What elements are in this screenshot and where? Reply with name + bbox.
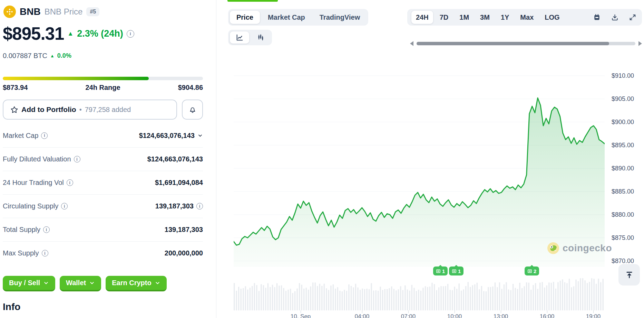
stat-value-text: $124,663,076,143 bbox=[139, 132, 195, 140]
stat-value: $1,691,094,084 bbox=[155, 179, 203, 187]
range-low: $873.94 bbox=[3, 84, 28, 92]
tab-tradingview[interactable]: TradingView bbox=[313, 11, 367, 24]
chart-type-toggle bbox=[228, 30, 272, 45]
buy-sell-button[interactable]: Buy / Sell bbox=[3, 276, 55, 291]
scrollbar-track[interactable] bbox=[417, 42, 635, 45]
x-axis-tick bbox=[501, 310, 501, 313]
price-info-icon[interactable]: i bbox=[127, 30, 134, 38]
stats-table: Market Capi$124,663,076,143Fully Diluted… bbox=[3, 124, 203, 265]
calendar-button[interactable] bbox=[592, 11, 602, 23]
stat-value-text: 139,187,303 bbox=[165, 226, 203, 234]
info-icon[interactable]: i bbox=[196, 203, 203, 209]
stat-label-text: Total Supply bbox=[3, 226, 40, 234]
chevron-down-icon bbox=[43, 280, 49, 286]
candlestick-chart-button[interactable] bbox=[251, 31, 270, 44]
range-high: $904.86 bbox=[178, 84, 203, 92]
download-button[interactable] bbox=[609, 11, 620, 23]
earn-crypto-button[interactable]: Earn Crypto bbox=[106, 276, 166, 291]
news-count: 1 bbox=[442, 268, 445, 274]
range-labels: $873.94 24h Range $904.86 bbox=[3, 84, 203, 92]
scroll-to-top-button[interactable] bbox=[618, 264, 640, 286]
tab-market-cap[interactable]: Market Cap bbox=[261, 11, 312, 24]
y-axis-label: $895.00 bbox=[612, 142, 634, 149]
range-3m[interactable]: 3M bbox=[476, 11, 494, 24]
range-24h[interactable]: 24H bbox=[411, 11, 433, 24]
line-chart-icon bbox=[235, 33, 244, 42]
range-progress-fill bbox=[3, 77, 149, 80]
chevron-down-icon bbox=[43, 280, 49, 286]
scroll-right-arrow[interactable] bbox=[638, 41, 642, 46]
news-badge[interactable]: 1 bbox=[449, 266, 464, 275]
y-axis-label: $875.00 bbox=[612, 234, 634, 242]
button-label: Wallet bbox=[66, 279, 86, 287]
y-axis-label: $890.00 bbox=[612, 165, 634, 172]
action-buttons: Buy / SellWalletEarn Crypto bbox=[3, 276, 167, 291]
chart-horizontal-scrollbar bbox=[410, 41, 642, 46]
coin-subtitle: BNB Price bbox=[45, 7, 83, 17]
chart-tabs: PriceMarket CapTradingView bbox=[228, 9, 368, 26]
range-1y[interactable]: 1Y bbox=[496, 11, 514, 24]
info-icon[interactable]: i bbox=[43, 226, 50, 233]
btc-up-arrow-icon: ▲ bbox=[50, 53, 55, 58]
info-icon[interactable]: i bbox=[61, 203, 68, 209]
stat-row-24-hour-trading-vol: 24 Hour Trading Voli$1,691,094,084 bbox=[3, 171, 203, 194]
chevron-down-icon bbox=[89, 280, 95, 286]
stat-value-text: 139,187,303 bbox=[155, 202, 194, 210]
scroll-to-top-icon bbox=[625, 270, 634, 280]
range-max[interactable]: Max bbox=[516, 11, 538, 24]
stat-value: $124,663,076,143 bbox=[147, 155, 203, 163]
news-badge[interactable]: 2 bbox=[525, 266, 539, 275]
x-axis-tick bbox=[362, 310, 362, 313]
value-chevron[interactable] bbox=[197, 133, 203, 138]
current-price: $895.31 bbox=[3, 24, 64, 44]
y-axis-label: $910.00 bbox=[612, 72, 634, 80]
info-section-heading: Info bbox=[3, 301, 20, 312]
stat-row-circulating-supply: Circulating Supplyi139,187,303i bbox=[3, 194, 203, 218]
stat-value: 200,000,000 bbox=[165, 249, 203, 257]
stat-label: Max Supplyi bbox=[3, 249, 48, 257]
range-log[interactable]: LOG bbox=[540, 11, 564, 24]
x-axis-tick bbox=[301, 310, 301, 313]
stat-value-text: 200,000,000 bbox=[165, 249, 203, 257]
x-axis-label: 10:00 bbox=[447, 313, 462, 318]
price-up-arrow-icon: ▲ bbox=[67, 30, 74, 37]
tab-price[interactable]: Price bbox=[230, 11, 260, 24]
info-icon[interactable]: i bbox=[67, 179, 73, 186]
x-axis-label: 07:00 bbox=[401, 313, 416, 318]
volume-bars bbox=[234, 278, 605, 310]
stat-label-text: Market Cap bbox=[3, 132, 38, 140]
bnb-logo-icon bbox=[3, 6, 16, 18]
add-to-portfolio-button[interactable]: Add to Portfolio • 797,258 added bbox=[3, 100, 177, 120]
info-icon[interactable]: i bbox=[74, 156, 80, 162]
scroll-left-arrow[interactable] bbox=[410, 41, 413, 46]
bnb-coin-page: BNB BNB Price #5 $895.31 ▲ 2.3% (24h) i … bbox=[0, 0, 644, 318]
wallet-button[interactable]: Wallet bbox=[60, 276, 101, 291]
news-badge[interactable]: 1 bbox=[433, 266, 448, 275]
stat-value-text: $1,691,094,084 bbox=[155, 179, 203, 187]
range-progress-bar bbox=[3, 77, 203, 80]
active-tab-indicator bbox=[227, 0, 278, 2]
info-icon[interactable]: i bbox=[41, 132, 48, 139]
chevron-down-icon bbox=[155, 280, 160, 286]
x-axis-label: 10. Sep bbox=[291, 313, 311, 318]
range-7d[interactable]: 7D bbox=[435, 11, 453, 24]
download-icon bbox=[611, 13, 619, 21]
line-chart-button[interactable] bbox=[230, 31, 249, 44]
news-count: 1 bbox=[458, 268, 461, 274]
expand-icon bbox=[629, 13, 636, 21]
scrollbar-thumb[interactable] bbox=[417, 42, 609, 45]
chevron-down-icon bbox=[155, 280, 160, 286]
fullscreen-button[interactable] bbox=[627, 11, 638, 23]
stat-label-text: Circulating Supply bbox=[3, 202, 58, 210]
price-alert-button[interactable] bbox=[182, 100, 203, 120]
stat-value: $124,663,076,143 bbox=[139, 132, 203, 140]
rank-badge: #5 bbox=[86, 7, 99, 16]
stat-label: Fully Diluted Valuationi bbox=[3, 155, 80, 163]
range-1m[interactable]: 1M bbox=[455, 11, 474, 24]
stat-label: Circulating Supplyi bbox=[3, 202, 68, 210]
info-icon[interactable]: i bbox=[42, 250, 48, 256]
button-label: Buy / Sell bbox=[9, 279, 40, 287]
price-chart[interactable] bbox=[234, 52, 605, 268]
coin-name: BNB bbox=[20, 6, 41, 17]
stat-row-max-supply: Max Supplyi200,000,000 bbox=[3, 241, 203, 265]
